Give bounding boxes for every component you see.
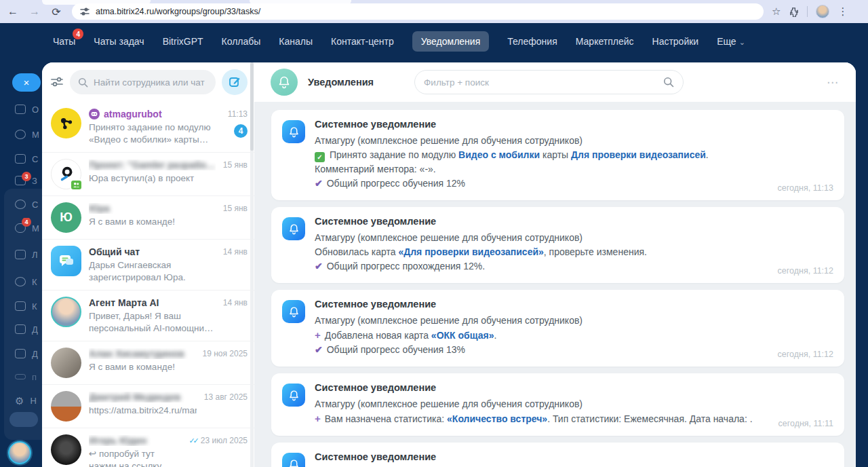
bookmark-star-icon[interactable]: ☆ [772,5,781,18]
chat-name: atmagurubot [89,109,220,119]
notification-card[interactable]: Системное уведомление Атмагуру (комплекс… [271,290,844,367]
rail-item-messenger[interactable]: 4М [0,218,42,238]
extensions-icon[interactable] [789,7,799,17]
notification-text: ✔ [315,344,323,355]
tab-settings[interactable]: Настройки [652,36,699,47]
rail-item-board[interactable]: Д [0,343,42,364]
chat-row-general[interactable]: Общий чат Дарья Сингаевская зарегистриро… [42,239,254,290]
more-options-icon[interactable]: ⋯ [827,75,840,90]
notification-body-line: ✔Общий прогресс прохождения 12%. [315,259,770,274]
notification-link[interactable]: «Для проверки видеозаписей» [398,246,543,257]
rail-item-disk[interactable]: Д [0,319,42,339]
notification-card[interactable]: Системное уведомление Атмагуру (комплекс… [271,110,844,200]
chat-list-column: atmagurubot Принято задание по модулю «В… [42,62,254,467]
tab-marketplace[interactable]: Маркетплейс [576,36,634,47]
chat-row-igor[interactable]: Игорь Юдин ↩ попробуй тут нажми на ссылк… [42,428,254,467]
filter-search-input[interactable] [424,77,658,88]
chat-row-dmitry[interactable]: Дмитрий Медведев https://atma.bitrix24.r… [42,384,254,428]
chat-row-atmagurubot[interactable]: atmagurubot Принято задание по модулю «В… [42,102,254,152]
tab-task-chats[interactable]: Чаты задач [94,36,144,47]
rail-item-settings[interactable]: ⚙Н [0,390,42,411]
chat-time: 15 янв [223,160,248,170]
rail-item-misc[interactable]: п [0,367,42,387]
chat-time: 15 янв [223,204,248,213]
system-bell-icon [282,300,305,323]
tab-telephony[interactable]: Телефония [507,36,557,47]
avatar-initial: Ю [60,210,73,225]
chat-scrollbar[interactable] [250,62,254,467]
chat-time: ✓✓23 июл 2025 [189,436,248,445]
notification-body-line: +Вам назначена статистика: «Количество в… [315,411,770,426]
rail-item-kedo[interactable]: К [0,272,42,292]
tab-collabs[interactable]: Коллабы [222,36,261,47]
forward-button[interactable]: → [26,3,43,20]
notification-body-line: ✓Принято задание по модулю Видео с мобил… [315,148,770,176]
browser-menu-icon[interactable]: ⋮ [837,5,848,18]
target-icon [15,130,26,139]
tab-chats[interactable]: Чаты4 [53,36,75,47]
notification-app-line: Атмагуру (комплексное решение для обучен… [315,231,770,245]
notification-text: Добавлена новая карта [325,330,431,341]
tab-bitrixgpt[interactable]: BitrixGPT [163,36,203,47]
notification-card[interactable]: Системное уведомление Атмагуру (комплекс… [271,207,844,283]
screen: ← → ⟳ atma.bitrix24.ru/workgroups/group/… [0,0,868,467]
chat-name: Алан Хисамутдинов [89,348,195,359]
site-settings-icon[interactable] [80,7,90,16]
system-bell-icon [282,453,305,467]
notification-text: + [315,329,321,341]
rail-bottom-pill[interactable] [9,412,38,427]
compose-button[interactable] [222,69,248,95]
chat-preview: Я с вами в команде! [89,361,195,373]
group-badge-icon [70,179,83,191]
filter-sliders-icon[interactable] [50,76,64,88]
tab-notifications[interactable]: Уведомления [412,31,490,52]
calendar-icon [15,301,26,311]
notification-link[interactable]: «ОКК общая» [431,330,494,341]
chat-row-yura[interactable]: Ю Юра Я с вами в команде! 15 янв [42,195,254,239]
rail-item-news[interactable]: О [0,99,42,119]
notification-card[interactable]: Системное уведомление Атмагуру (комплекс… [271,373,844,436]
sidebar-close-button[interactable]: × [12,73,41,92]
chat-time: 14 янв [223,247,248,257]
notifications-filter[interactable] [414,70,684,94]
chat-search-input[interactable] [94,77,208,88]
tab-channels[interactable]: Каналы [279,36,313,47]
notification-body-line: Обновилась карта «Для проверки видеозапи… [315,245,770,259]
notification-card[interactable]: Системное уведомление Атмагуру (комплекс… [271,443,844,467]
rail-item-shop[interactable]: С [0,149,42,169]
notification-link[interactable]: Для проверки видеозаписей [571,149,706,160]
chat-scroll-thumb[interactable] [250,62,254,151]
rail-item-feed[interactable]: Л [0,244,42,265]
browser-tab-sliver [42,0,151,5]
chat-search[interactable] [70,70,216,94]
notification-title: Системное уведомление [315,299,770,310]
notification-link[interactable]: Видео с мобилки [458,149,540,160]
rail-item-calendar[interactable]: К [0,296,42,316]
file-icon [15,324,26,334]
messenger-panel: atmagurubot Принято задание по модулю «В… [42,62,856,467]
notification-text: карты [540,149,571,160]
chat-preview: ↩ попробуй тут нажми на ссылку, куда поп… [89,448,181,467]
browser-profile-avatar[interactable] [816,5,829,18]
notifications-bell-avatar [271,69,298,96]
chats-unread-badge: 4 [73,29,83,39]
notification-link[interactable]: «Количество встреч» [447,413,547,424]
reload-button[interactable]: ⟳ [47,3,65,20]
user-avatar[interactable] [8,441,31,464]
rail-item-market[interactable]: М [0,124,42,145]
back-button[interactable]: ← [4,3,22,20]
tab-contact-center[interactable]: Контакт-центр [331,36,394,47]
rail-item-tasks[interactable]: 3З [0,170,42,191]
rail-item-network[interactable]: С [0,194,42,214]
notification-body-line: +Добавлена новая карта «ОКК общая». [315,328,770,343]
notification-body: Обновилась карта «Для проверки видеозапи… [315,245,770,274]
notification-time: сегодня, 11:12 [778,350,833,359]
tab-more[interactable]: Еще⌄ [717,36,745,47]
chat-name: Дмитрий Медведев [89,392,197,403]
project-avatar [51,159,81,189]
chat-row-marta-ai[interactable]: Агент Марта AI Привет, Дарья! Я ваш перс… [42,290,254,341]
left-sidebar-rail: × О М С 3З С 4М Л К К Д Д п ⚙Н [0,60,42,467]
address-bar[interactable]: atma.bitrix24.ru/workgroups/group/33/tas… [72,3,764,20]
chat-row-project[interactable]: Проект: "Gamler разработка" Юра вступил(… [42,152,254,195]
chat-row-alan[interactable]: Алан Хисамутдинов Я с вами в команде! 19… [42,341,254,384]
